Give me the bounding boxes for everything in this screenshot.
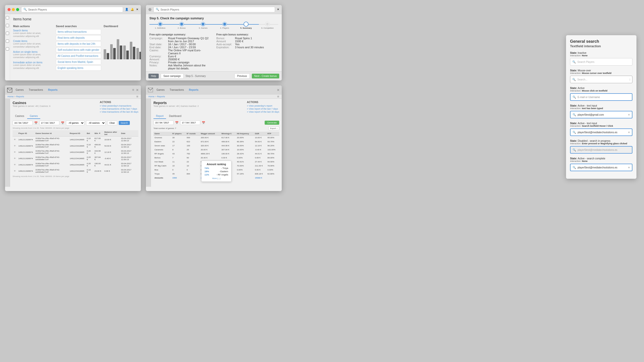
saved-search-1[interactable]: Items without transactions — [56, 29, 101, 34]
date-from-left[interactable] — [13, 121, 33, 125]
col-game[interactable]: Game — [153, 132, 171, 136]
th-balance[interactable]: Balance after bet — [103, 130, 120, 137]
panel2-search-bar[interactable]: 🔍 Search Players — [153, 7, 275, 12]
panel4-view-options[interactable]: ⊞ — [277, 95, 279, 98]
cb5[interactable] — [6, 47, 9, 51]
row-eye-icon[interactable]: 👁 — [13, 155, 17, 162]
action-last7-trans[interactable]: » View transactions of the last 7 days — [100, 108, 138, 110]
tooltip-more[interactable]: More (...) — [205, 177, 228, 179]
action-single-link[interactable]: Action on single items — [13, 51, 53, 53]
panel2-close-btn[interactable]: ✕ — [277, 8, 279, 11]
action-last30-report[interactable]: » View report of the last 30 days — [247, 111, 279, 113]
export-button[interactable]: Export ↓ — [268, 126, 279, 130]
search-field-complete[interactable]: 🔍 player5test@mediatechsolutions.es ✕ — [570, 164, 632, 171]
calendar-icon-left[interactable]: 📅 — [34, 121, 38, 125]
nav-transactions[interactable]: Transactions — [27, 88, 45, 92]
search-button[interactable]: Search — [119, 121, 130, 125]
row-eye-icon[interactable]: 👁 — [13, 168, 17, 174]
search-field-text-input[interactable]: 🔍 player5test@gmail.com ✕ — [570, 111, 632, 118]
table-cell: 12.16 € — [103, 149, 120, 155]
col-ggr[interactable]: GGR — [254, 132, 266, 136]
help-button[interactable]: Help — [148, 74, 159, 78]
maximize-button[interactable] — [16, 8, 19, 11]
clear-button[interactable]: Clear — [107, 121, 117, 125]
action-immediate-link[interactable]: Immediate action on items — [13, 61, 53, 64]
col-nrounds[interactable]: Nº rounds — [186, 132, 200, 136]
panel3-close[interactable]: ✕ — [136, 88, 139, 92]
generate-button[interactable]: Generate — [265, 121, 279, 125]
search-field-active[interactable]: 🔍 E-mail or Username — [570, 93, 632, 101]
table-cell: 28.42% — [236, 152, 254, 156]
action-last30-trans[interactable]: » View transactions of the last 30 days — [100, 111, 138, 113]
action-last7-report[interactable]: » View report of the last 7 days — [247, 108, 279, 110]
col-winnings[interactable]: Winnings € — [220, 132, 236, 136]
saved-search-2[interactable]: Real items with deposits — [56, 35, 101, 40]
tab-games[interactable]: Games — [27, 114, 40, 119]
row-eye-icon[interactable]: 👁 — [13, 162, 17, 168]
previous-button[interactable]: Previous — [234, 73, 250, 79]
nav-reports-right[interactable]: Reports — [187, 88, 200, 92]
next-button[interactable]: Next - Create bonus — [252, 74, 279, 78]
search-field-mouseover[interactable]: 🔍 Search... | — [570, 76, 632, 83]
summary-privacy: Privacy: Private campaign — [149, 61, 211, 64]
clear-icon-complete[interactable]: ✕ — [628, 166, 630, 169]
nav-transactions-right[interactable]: Transactions — [168, 88, 186, 92]
th-session-id[interactable]: Game Session Id — [34, 130, 68, 137]
row-eye-icon[interactable]: 👁 — [13, 143, 17, 149]
table-cell: 03-04-2017 12:30:13 — [120, 137, 138, 143]
th-bet[interactable]: Bet — [86, 130, 93, 137]
tab-casinos[interactable]: Casinos — [13, 114, 27, 119]
panel1-search-bar[interactable]: 🔍 Search Players — [21, 7, 123, 12]
close-button[interactable] — [8, 8, 11, 11]
nav-games-right[interactable]: Games — [154, 88, 167, 92]
save-campaign-button[interactable]: Save campaign — [161, 73, 184, 79]
col-hitfreq[interactable]: Hit frequency — [236, 132, 254, 136]
clear-icon-hover[interactable]: ✕ — [628, 131, 630, 134]
action-search-link[interactable]: Search items — [13, 29, 53, 32]
th-request-id[interactable]: Request ID — [68, 130, 86, 137]
cb3[interactable] — [6, 32, 9, 35]
saved-search-3[interactable]: Items with deposits in the last 24h — [56, 41, 101, 47]
date-to-right[interactable] — [180, 120, 200, 125]
nav-reports-active[interactable]: Reports — [46, 88, 60, 92]
col-wagger[interactable]: Wagger amount — [200, 132, 220, 136]
action-yesterday-trans[interactable]: » View yesterday's transactions — [100, 105, 138, 107]
nav-games[interactable]: Games — [14, 88, 26, 92]
cb1[interactable] — [6, 16, 9, 19]
col-rtp[interactable]: RTP — [266, 132, 279, 136]
calendar-icon-r1[interactable]: 📅 — [175, 121, 179, 124]
search-field-inactive[interactable]: 🔍 Search Players — [570, 58, 632, 66]
panel4-close[interactable]: ✕ — [277, 88, 280, 92]
saved-search-7[interactable]: English speaking items — [56, 65, 101, 71]
panel2-close[interactable] — [148, 8, 151, 11]
tab-report[interactable]: Report — [153, 114, 166, 119]
row-eye-icon[interactable]: 👁 — [13, 149, 17, 155]
tab-dashboard[interactable]: Dashboard — [167, 114, 184, 119]
cb4[interactable] — [6, 39, 9, 43]
calendar-icon-r2[interactable]: 📅 — [202, 121, 205, 124]
row-eye-icon[interactable]: 👁 — [13, 137, 17, 143]
saved-search-6[interactable]: Social items from Madrid, Spain — [56, 59, 101, 65]
cb2[interactable] — [6, 24, 9, 27]
minimize-button[interactable] — [12, 8, 15, 11]
th-player-id[interactable]: Player ID — [17, 130, 34, 137]
clear-icon-text[interactable]: ✕ — [628, 113, 630, 116]
action-yesterday-report[interactable]: » View yesterday's report — [247, 105, 279, 107]
action-create-link[interactable]: Create items — [13, 40, 53, 42]
panel3-view-options[interactable]: ⊞ — [136, 95, 138, 98]
calendar-icon-left2[interactable]: 📅 — [61, 121, 64, 125]
saved-search-5[interactable]: All Casinos and PooBet transactions — [56, 53, 101, 59]
th-date[interactable]: Date — [120, 130, 138, 137]
saved-search-4[interactable]: Self excluded items with male gender — [56, 47, 101, 53]
table-cell: 622 — [186, 140, 200, 144]
col-nplayers[interactable]: Nº players — [171, 132, 186, 136]
game-type-select[interactable]: All games — [66, 120, 85, 125]
casino-select[interactable]: All casinos — [86, 120, 106, 125]
panel3-settings[interactable]: ⚙ — [132, 88, 134, 91]
search-field-text-hover[interactable]: 🔍 player5test@mediatechsolutions.es ✕ — [570, 128, 632, 136]
panel1-close[interactable]: ✕ — [136, 8, 138, 11]
th-win[interactable]: Win ▼ — [93, 130, 103, 137]
date-to-left[interactable] — [39, 121, 59, 125]
date-from-right[interactable] — [153, 120, 174, 125]
tooltip-row-3: 11% - RF Angels — [205, 173, 228, 176]
